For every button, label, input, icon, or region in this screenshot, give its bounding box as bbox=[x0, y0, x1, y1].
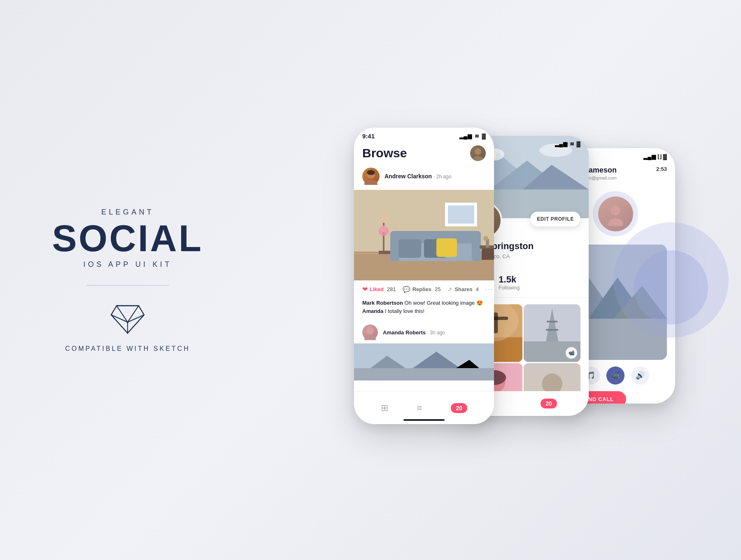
comments-section: Mark Robertson Oh wow! Great looking ima… bbox=[354, 298, 494, 321]
svg-rect-59 bbox=[390, 233, 399, 261]
wifi-icon: ⌊⌋ bbox=[657, 154, 662, 160]
post1-sofa-bg bbox=[354, 190, 494, 280]
video-badge: 📹 bbox=[566, 347, 577, 359]
post1-author-info: Andrew Clarkson · 2h ago bbox=[384, 173, 451, 180]
main-time: 9:41 bbox=[362, 133, 375, 140]
filter-nav-icon[interactable]: ≡ bbox=[417, 403, 422, 413]
following-count: 1.5k bbox=[499, 274, 520, 285]
grid-nav-icon[interactable]: ⊞ bbox=[381, 403, 388, 413]
like-action[interactable]: ❤ Liked 281 bbox=[362, 285, 396, 293]
comment2-user: Amanda bbox=[362, 308, 383, 314]
post2-time: · 3h ago bbox=[427, 330, 445, 336]
shares-count: 4 bbox=[476, 286, 479, 292]
phone-main: 9:41 ▂▄▆ ≋ ▓ Browse bbox=[354, 128, 494, 424]
speaker-btn[interactable]: 🔊 bbox=[631, 366, 649, 385]
post2-avatar[interactable] bbox=[362, 324, 378, 340]
svg-point-67 bbox=[483, 236, 488, 241]
svg-point-49 bbox=[367, 170, 375, 175]
edit-profile-button[interactable]: EDIT PROFILE bbox=[530, 212, 580, 226]
branding-section: ELEGANT SOCIAL IOS APP UI KIT COMPATIBLE… bbox=[41, 208, 214, 352]
svg-point-72 bbox=[364, 335, 376, 340]
post2-author-info: Amanda Roberts · 3h ago bbox=[383, 329, 445, 336]
replies-count: 25 bbox=[435, 286, 440, 292]
following-stat: 1.5k Following bbox=[499, 274, 520, 291]
call-status-icons: ▂▄▆ ⌊⌋ ▓ bbox=[643, 154, 667, 160]
heart-icon: ❤ bbox=[362, 285, 368, 293]
signal-icon: ▂▄▆ bbox=[643, 154, 655, 160]
call-avatar bbox=[598, 196, 633, 231]
svg-marker-5 bbox=[117, 306, 138, 322]
svg-rect-68 bbox=[379, 251, 390, 254]
main-wifi-icon: ≋ bbox=[475, 133, 479, 139]
social-label: SOCIAL bbox=[41, 220, 214, 257]
shares-label: Shares bbox=[454, 286, 472, 292]
divider bbox=[86, 285, 169, 286]
shares-action[interactable]: ↗ Shares 4 bbox=[447, 286, 479, 293]
svg-rect-36 bbox=[546, 329, 558, 331]
svg-rect-37 bbox=[547, 321, 557, 322]
svg-marker-3 bbox=[111, 306, 128, 322]
post1-actions: ❤ Liked 281 💬 Replies 25 ↗ Shares 4 ··· bbox=[354, 280, 494, 298]
post2-author-row: Amanda Roberts · 3h ago bbox=[354, 321, 494, 340]
p-wifi-icon: ≋ bbox=[570, 141, 574, 147]
post2-author-name: Amanda Roberts · 3h ago bbox=[383, 329, 445, 336]
post1-avatar-svg bbox=[362, 168, 380, 185]
main-battery-icon: ▓ bbox=[482, 133, 486, 139]
battery-icon: ▓ bbox=[663, 154, 667, 160]
svg-rect-63 bbox=[436, 238, 457, 257]
main-signal-icon: ▂▄▆ bbox=[459, 133, 471, 139]
call-avatar-outer bbox=[593, 191, 638, 236]
svg-rect-54 bbox=[448, 205, 474, 224]
liked-label: Liked bbox=[370, 286, 384, 292]
main-nav-badge[interactable]: 20 bbox=[451, 403, 467, 413]
replies-label: Replies bbox=[412, 286, 431, 292]
share-icon: ↗ bbox=[447, 286, 452, 293]
p-signal-icon: ▂▄▆ bbox=[555, 141, 567, 147]
post1-avatar[interactable] bbox=[362, 168, 380, 185]
comment2-text: I totally love this! bbox=[385, 308, 424, 314]
elegant-label: ELEGANT bbox=[41, 208, 214, 217]
post1-author-row: Andrew Clarkson · 2h ago bbox=[354, 168, 494, 190]
replies-action[interactable]: 💬 Replies 25 bbox=[403, 286, 441, 293]
user-avatar-main[interactable] bbox=[470, 145, 486, 161]
bubble-icon: 💬 bbox=[403, 286, 410, 293]
end-call-label: END CALL bbox=[585, 396, 614, 402]
svg-point-9 bbox=[608, 218, 623, 226]
home-bar bbox=[403, 419, 445, 421]
post1-image bbox=[354, 190, 494, 280]
post2-avatar-svg bbox=[362, 324, 378, 340]
deco-circle-inner bbox=[634, 250, 708, 324]
post2-mountain-bg bbox=[354, 343, 494, 380]
svg-point-8 bbox=[611, 205, 620, 215]
profile-nav-badge[interactable]: 20 bbox=[541, 399, 557, 408]
svg-marker-2 bbox=[128, 315, 144, 333]
kit-label: IOS APP UI KIT bbox=[41, 260, 214, 269]
svg-marker-4 bbox=[128, 306, 144, 322]
sketch-label: COMPATIBLE WITH SKETCH bbox=[41, 345, 214, 352]
comment2: Amanda I totally love this! bbox=[362, 308, 486, 314]
gallery-item-2[interactable]: 📹 bbox=[524, 304, 581, 362]
main-status-icons: ▂▄▆ ≋ ▓ bbox=[459, 133, 486, 139]
main-status-bar: 9:41 ▂▄▆ ≋ ▓ bbox=[354, 128, 494, 142]
following-label: Following bbox=[499, 285, 520, 291]
video-btn[interactable]: 📹 bbox=[606, 366, 624, 385]
caller-avatar-svg bbox=[603, 201, 628, 226]
comment1-user: Mark Robertson bbox=[362, 300, 403, 306]
svg-point-71 bbox=[366, 327, 374, 334]
browse-header: Browse bbox=[354, 142, 494, 168]
post1-time: · 2h ago bbox=[433, 174, 451, 180]
liked-count: 281 bbox=[387, 286, 396, 292]
post1-author-name: Andrew Clarkson · 2h ago bbox=[384, 173, 451, 180]
more-options[interactable]: ··· bbox=[485, 286, 493, 293]
comment1: Mark Robertson Oh wow! Great looking ima… bbox=[362, 300, 486, 306]
comment1-text: Oh wow! Great looking image 😍 bbox=[405, 300, 483, 306]
svg-point-70 bbox=[380, 226, 387, 232]
profile-status-icons: ▂▄▆ ≋ ▓ bbox=[555, 141, 580, 147]
svg-marker-1 bbox=[111, 315, 128, 333]
svg-rect-77 bbox=[354, 368, 494, 380]
post2-image bbox=[354, 343, 494, 380]
call-timer: 2:53 bbox=[656, 166, 667, 172]
svg-rect-64 bbox=[482, 247, 494, 260]
svg-point-45 bbox=[475, 148, 481, 155]
user-avatar-svg bbox=[470, 145, 486, 161]
